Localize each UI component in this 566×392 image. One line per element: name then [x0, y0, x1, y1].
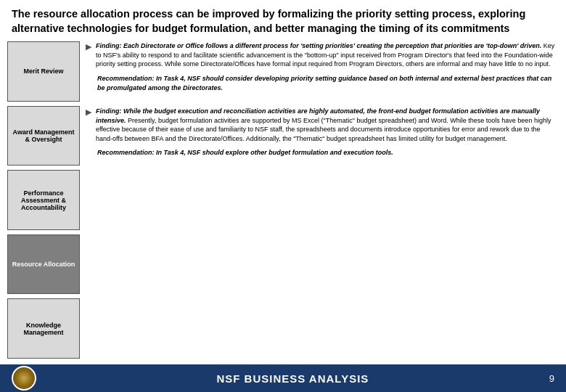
finding-normal-2: Presently, budget formulation activities… — [96, 117, 551, 142]
finding-section-2: ▶ Finding: While the budget execution an… — [86, 107, 559, 158]
bullet-row-2: ▶ Finding: While the budget execution an… — [86, 107, 559, 143]
main-content: ▶ Finding: Each Directorate or Office fo… — [86, 41, 559, 364]
sidebar-item-merit-review[interactable]: Merit Review — [7, 41, 80, 102]
section-divider — [86, 97, 559, 102]
finding-italic-1: Finding: Each Directorate or Office foll… — [96, 42, 541, 49]
nsf-logo-inner — [13, 367, 35, 389]
content-area: Merit Review Award Management & Oversigh… — [0, 41, 566, 364]
page-container: The resource allocation process can be i… — [0, 0, 566, 392]
footer: NSF BUSINESS ANALYSIS 9 — [0, 364, 566, 392]
bullet-arrow-1: ▶ — [86, 42, 91, 52]
finding-section-1: ▶ Finding: Each Directorate or Office fo… — [86, 41, 559, 92]
sidebar: Merit Review Award Management & Oversigh… — [7, 41, 80, 364]
bullet-row-1: ▶ Finding: Each Directorate or Office fo… — [86, 41, 559, 69]
page-title: The resource allocation process can be i… — [0, 0, 566, 41]
sidebar-item-award-management[interactable]: Award Management & Oversight — [7, 106, 80, 166]
finding-text-1: Finding: Each Directorate or Office foll… — [96, 41, 559, 69]
nsf-logo — [12, 366, 36, 391]
bullet-arrow-2: ▶ — [86, 107, 91, 117]
footer-page-number: 9 — [549, 373, 554, 384]
recommendation-text-1: Recommendation: In Task 4, NSF should co… — [97, 74, 559, 92]
footer-title: NSF BUSINESS ANALYSIS — [216, 372, 369, 385]
sidebar-item-resource-allocation[interactable]: Resource Allocation — [7, 234, 80, 295]
finding-text-2: Finding: While the budget execution and … — [96, 107, 559, 143]
sidebar-item-performance-assessment[interactable]: Performance Assessment & Accountability — [7, 170, 80, 230]
recommendation-text-2: Recommendation: In Task 4, NSF should ex… — [97, 148, 559, 158]
sidebar-item-knowledge-management[interactable]: Knowledge Management — [7, 298, 80, 359]
